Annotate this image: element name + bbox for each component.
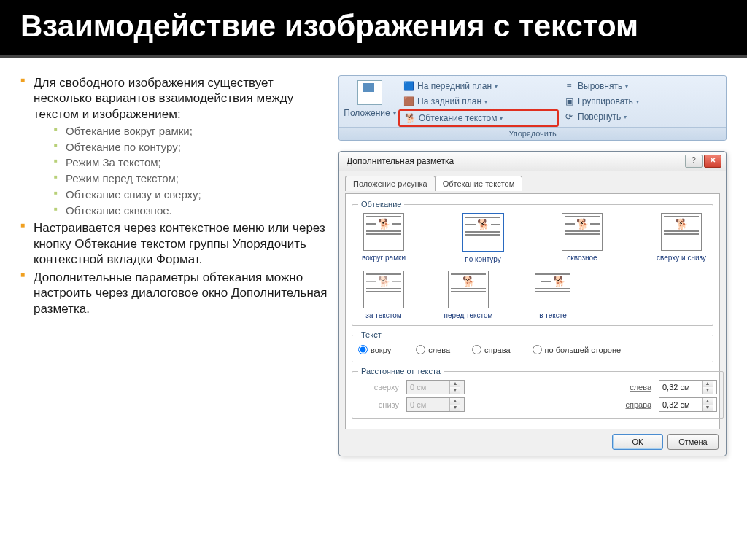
wrap-inline[interactable]: 🐕 в тексте: [527, 271, 578, 319]
wrap-square[interactable]: 🐕 вокруг рамки: [358, 213, 409, 263]
radio-left-label: слева: [428, 346, 450, 354]
radio-left[interactable]: слева: [416, 345, 450, 354]
label-left: слева: [611, 383, 651, 392]
spin-down[interactable]: ▼: [703, 387, 713, 394]
input-right[interactable]: ▲▼: [659, 397, 717, 412]
close-button[interactable]: ✕: [704, 155, 721, 168]
sub-bullet: Обтекание снизу и сверху;: [54, 188, 333, 202]
sub-bullet: Режим перед текстом;: [54, 172, 333, 186]
group-label: Группировать: [578, 96, 633, 106]
wrap-behind[interactable]: 🐕 за текстом: [358, 271, 409, 319]
wrap-topbottom-label: сверху и снизу: [656, 254, 707, 262]
spin-up[interactable]: ▲: [703, 398, 713, 405]
wrap-infront-label: перед текстом: [443, 311, 494, 319]
align-icon: ≡: [563, 80, 575, 92]
bullet-3: Дополнительные параметры обтекания можно…: [13, 270, 333, 316]
legend-wrapping: Обтекание: [358, 200, 404, 209]
wrap-infront[interactable]: 🐕 перед текстом: [443, 271, 494, 319]
tab-text-wrapping[interactable]: Обтекание текстом: [435, 176, 523, 191]
tab-picture-position[interactable]: Положение рисунка: [345, 176, 436, 191]
bring-to-front-button[interactable]: 🟦 На передний план▾: [398, 79, 559, 93]
fieldset-wrapping: Обтекание 🐕 вокруг рамки 🐕 по контуру: [352, 200, 713, 326]
legend-distance: Расстояние от текста: [358, 367, 444, 376]
send-to-back-button[interactable]: 🟫 На задний план▾: [398, 94, 559, 109]
spin-down[interactable]: ▼: [703, 405, 713, 411]
input-left[interactable]: ▲▼: [659, 380, 717, 394]
send-back-icon: 🟫: [403, 96, 414, 107]
sub-bullet: Обтекание по контуру;: [54, 141, 333, 155]
input-right-field[interactable]: [659, 400, 702, 410]
wrap-through[interactable]: 🐕 сквозное: [557, 213, 608, 263]
input-left-field[interactable]: [659, 382, 702, 392]
bullet-1-text: Для свободного изображения существует не…: [34, 76, 293, 121]
wrap-tight[interactable]: 🐕 по контуру: [457, 213, 508, 263]
highlighted-wrap-button: 🐕 Обтекание текстом▾: [398, 109, 559, 127]
rotate-button[interactable]: ⟳ Повернуть▾: [559, 109, 643, 124]
rotate-label: Повернуть: [578, 112, 621, 122]
input-bottom: ▲▼: [406, 397, 465, 412]
legend-text: Текст: [358, 330, 384, 339]
slide-title-bar: Взаимодействие изображения с текстом: [0, 0, 747, 58]
radio-right-label: справа: [484, 346, 511, 354]
advanced-layout-dialog: Дополнительная разметка ? ✕ Положение ри…: [338, 151, 727, 456]
ribbon-group-label: Упорядочить: [339, 127, 726, 140]
cancel-button[interactable]: Отмена: [667, 434, 719, 450]
send-back-label: На задний план: [417, 96, 481, 106]
label-bottom: снизу: [358, 400, 399, 409]
slide-title: Взаимодействие изображения с текстом: [20, 9, 727, 43]
sub-bullet: Обтекание вокруг рамки;: [54, 125, 333, 139]
spin-up[interactable]: ▲: [703, 381, 713, 387]
radio-right[interactable]: справа: [472, 345, 511, 354]
input-bottom-field: [407, 400, 449, 410]
wrap-topbottom[interactable]: 🐕 сверху и снизу: [656, 213, 707, 263]
bullet-1: Для свободного изображения существует не…: [13, 75, 333, 217]
dialog-title: Дополнительная разметка: [347, 156, 454, 166]
radio-both-sides[interactable]: вокруг: [358, 345, 394, 354]
radio-largest[interactable]: по большей стороне: [533, 345, 622, 354]
align-button[interactable]: ≡ Выровнять▾: [559, 79, 643, 93]
wrap-square-label: вокруг рамки: [358, 254, 409, 262]
text-wrap-icon: 🐕: [404, 112, 416, 124]
rotate-icon: ⟳: [563, 111, 575, 122]
bullet-2: Настраивается через контекстное меню или…: [13, 220, 333, 267]
input-top: ▲▼: [406, 380, 465, 394]
position-button[interactable]: Положение▾: [342, 106, 398, 120]
ribbon-arrange-group: Положение▾ 🟦 На передний план▾: [338, 75, 727, 141]
fieldset-distance: Расстояние от текста сверху ▲▼ слева: [352, 367, 724, 419]
ok-button[interactable]: ОК: [612, 434, 663, 450]
wrap-behind-label: за текстом: [358, 311, 409, 319]
position-icon: [357, 80, 382, 105]
bring-front-icon: 🟦: [403, 80, 414, 92]
sub-bullet: Режим За текстом;: [54, 156, 333, 170]
slide-body-text: Для свободного изображения существует не…: [13, 75, 333, 456]
sub-bullet: Обтекание сквозное.: [54, 204, 333, 218]
group-button[interactable]: ▣ Группировать▾: [559, 94, 643, 109]
wrap-through-label: сквозное: [557, 254, 608, 262]
radio-both-label: вокруг: [371, 346, 394, 354]
wrap-inline-label: в тексте: [527, 311, 578, 319]
fieldset-text: Текст вокруг слева справа по большей сто…: [352, 330, 713, 362]
text-wrap-button[interactable]: 🐕 Обтекание текстом▾: [400, 111, 507, 125]
align-label: Выровнять: [578, 81, 622, 91]
bring-front-label: На передний план: [417, 81, 492, 91]
label-top: сверху: [358, 383, 399, 392]
help-button[interactable]: ?: [685, 155, 703, 168]
label-right: справа: [611, 400, 651, 409]
input-top-field: [407, 382, 449, 392]
position-label: Положение: [344, 108, 390, 118]
wrap-tight-label: по контуру: [457, 255, 508, 263]
text-wrap-label: Обтекание текстом: [419, 113, 497, 123]
radio-largest-label: по большей стороне: [545, 346, 622, 354]
group-icon: ▣: [563, 96, 575, 107]
